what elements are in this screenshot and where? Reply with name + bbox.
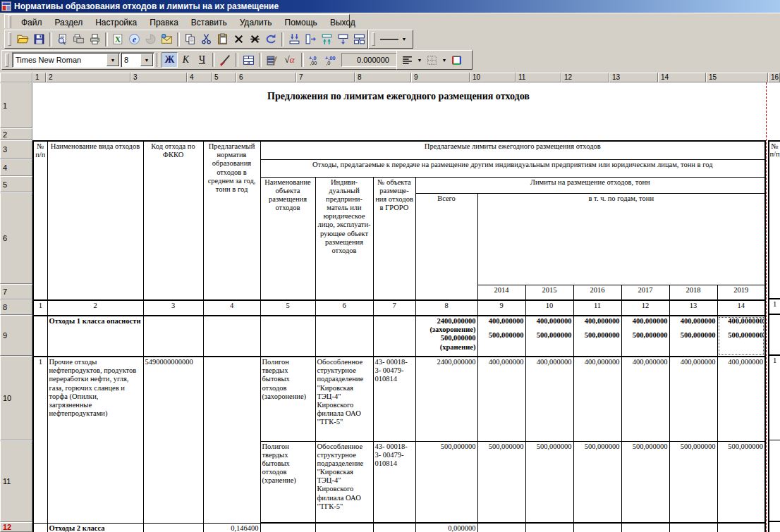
col-index[interactable]: 10 (525, 300, 573, 316)
open-button[interactable] (15, 32, 31, 47)
merge-cells-button[interactable] (351, 32, 367, 47)
menu-item[interactable]: Файл (15, 16, 49, 30)
header-by-years[interactable]: в т. ч. по годам, тонн (477, 193, 765, 285)
column-header[interactable]: 11 (516, 73, 561, 82)
col-index[interactable]: 3 (143, 300, 203, 316)
formula-button[interactable]: √α (280, 52, 299, 68)
next-page-header[interactable]: № п/п (768, 140, 780, 299)
cell-empty[interactable] (573, 523, 621, 532)
header-year[interactable]: 2016 (573, 285, 621, 300)
header-facility[interactable]: Наименование объекта размещения отходов (260, 177, 315, 300)
col-index[interactable]: 1 (33, 300, 47, 316)
row-header[interactable]: 8 (0, 299, 32, 315)
delete-all-button[interactable] (247, 32, 263, 47)
font-size-dropdown[interactable]: ▼ (140, 54, 153, 66)
cell-year-value[interactable]: 400,000000 (669, 357, 717, 441)
undo-button[interactable] (263, 32, 279, 47)
toolbar-grip[interactable] (8, 32, 11, 46)
font-select-dropdown[interactable]: ▼ (106, 54, 119, 66)
row-header[interactable]: 9 (0, 315, 32, 356)
append-row-button[interactable] (303, 32, 319, 47)
cell-year-value[interactable]: 400,000000 (477, 357, 525, 441)
cell-class2-total[interactable]: 0,000000 (415, 523, 477, 532)
header-year[interactable]: 2019 (717, 285, 765, 300)
cell-class1-total[interactable]: 2400,000000 (захоронение) 500,000000 (хр… (415, 316, 477, 357)
cell-empty[interactable] (143, 316, 203, 357)
print-button[interactable] (87, 32, 103, 47)
line-style-button[interactable] (379, 32, 400, 47)
report-title[interactable]: Предложения по лимитам ежегодного размещ… (32, 82, 764, 139)
col-index[interactable]: 4 (203, 300, 260, 316)
col-index[interactable]: 5 (260, 300, 315, 316)
web-export-button[interactable]: e (126, 32, 142, 47)
row-header[interactable]: 3 (0, 140, 32, 159)
cell-class1-year[interactable]: 400,000000500,000000 (477, 316, 525, 357)
print-preview-button[interactable] (54, 32, 71, 47)
column-header[interactable]: 9 (411, 73, 470, 82)
cell-year-value[interactable]: 500,000000 (477, 441, 525, 523)
column-header[interactable]: 6 (236, 73, 296, 82)
cell-class1-year[interactable]: 400,000000500,000000 (621, 316, 669, 357)
cell-class1-name[interactable]: Отходы 1 класса опасности (47, 316, 143, 357)
cell-class1-year[interactable]: 400,000000500,000000 (669, 316, 717, 357)
cell-year-value[interactable]: 400,000000 (573, 357, 621, 441)
export-list-button[interactable] (264, 52, 280, 68)
font-size-select[interactable]: 8 ▼ (121, 52, 154, 68)
cell-empty[interactable] (477, 523, 525, 532)
column-header[interactable]: 7 (296, 73, 355, 82)
row-header[interactable]: 4 (0, 159, 32, 176)
cell-year-value[interactable]: 500,000000 (717, 441, 765, 523)
chart-button[interactable] (142, 32, 159, 47)
window-titlebar[interactable]: Нормативы образования отходов и лимиты н… (0, 0, 780, 13)
cell-year-value[interactable]: 500,000000 (621, 441, 669, 523)
menu-item[interactable]: Удалить (233, 16, 279, 30)
next-page-row-num[interactable]: 1 (768, 356, 780, 440)
header-code[interactable]: Код отхода по ФККО (143, 141, 203, 300)
column-header[interactable]: 13 (609, 73, 658, 82)
cell-empty[interactable] (621, 523, 669, 532)
cell-empty[interactable] (315, 316, 373, 357)
cell-empty[interactable] (373, 316, 415, 357)
cell-total[interactable]: 2400,000000 (415, 357, 477, 441)
col-index[interactable]: 11 (573, 300, 621, 316)
cell-empty[interactable] (373, 523, 415, 532)
cell-year-value[interactable]: 500,000000 (525, 441, 573, 523)
header-year[interactable]: 2017 (621, 285, 669, 300)
print-multi-button[interactable] (71, 32, 87, 47)
menu-item[interactable]: Выход (324, 16, 362, 30)
mail-export-button[interactable] (159, 32, 175, 47)
save-button[interactable] (31, 32, 47, 47)
cell-groro[interactable]: 43- 00018- 3- 00479- 010814 (373, 357, 415, 441)
menu-item[interactable]: Вставить (185, 16, 233, 30)
cell-empty[interactable] (717, 523, 765, 532)
align-dropdown[interactable]: ▼ (415, 53, 424, 67)
column-header[interactable]: 5 (212, 73, 236, 82)
row-header[interactable]: 5 (0, 176, 32, 192)
cell-facility[interactable]: Полигон твердых бытовых отходов (хранени… (260, 441, 315, 523)
next-page-cell[interactable] (768, 440, 780, 522)
col-index[interactable]: 14 (717, 300, 765, 316)
decimal-decrease-button[interactable]: +,00,0 (322, 52, 339, 68)
row-header[interactable]: 12 (0, 522, 32, 532)
header-year[interactable]: 2018 (669, 285, 717, 300)
line-style-dropdown[interactable]: ▼ (400, 32, 408, 47)
menu-item[interactable]: Помощь (279, 16, 324, 30)
toolbar-grip[interactable] (5, 54, 8, 67)
cell-groro[interactable]: 43- 00018- 3- 00479- 010814 (373, 441, 415, 523)
header-year[interactable]: 2015 (525, 285, 573, 300)
header-limits[interactable]: Предлагаемые лимиты ежегодного размещени… (260, 141, 765, 159)
borders-button[interactable] (424, 52, 440, 68)
header-groro[interactable]: № объекта размеще- ния отходов в ГРОРО (373, 177, 415, 300)
cell-facility[interactable]: Полигон твердых бытовых отходов (захорон… (260, 357, 315, 441)
header-name[interactable]: Наименование вида отходов (47, 141, 143, 300)
insert-col-button[interactable] (319, 32, 335, 47)
column-header[interactable]: 3 (130, 73, 187, 82)
row-header[interactable]: 2 (0, 128, 32, 140)
delete-button[interactable] (231, 32, 247, 47)
next-page-col-index[interactable]: 1 (768, 299, 780, 315)
font-select[interactable]: Times New Roman ▼ (12, 52, 121, 68)
cell-row-num[interactable]: 1 (33, 357, 47, 523)
col-index[interactable]: 7 (373, 300, 415, 316)
header-operator[interactable]: Индиви- дуальный предприни- матель или ю… (315, 177, 373, 300)
column-header[interactable]: 10 (470, 73, 516, 82)
